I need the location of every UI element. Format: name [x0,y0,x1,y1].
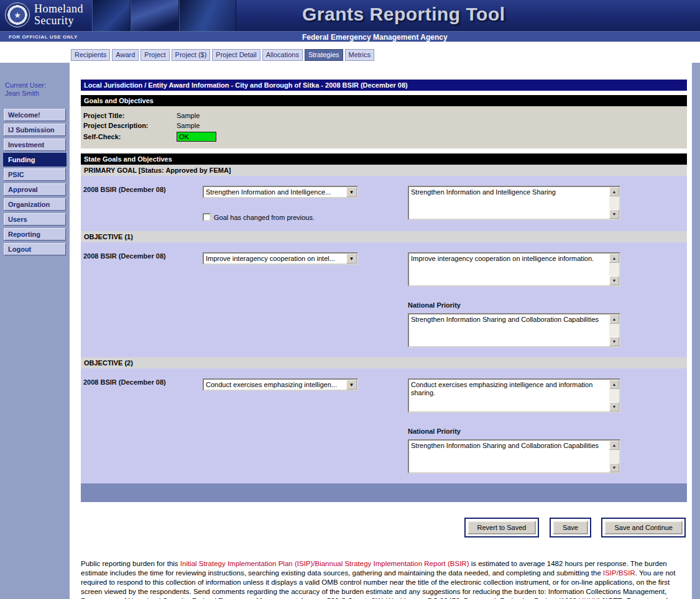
current-user-name: Jean Smith [5,89,70,98]
scroll-track[interactable] [609,196,619,209]
burden-text-1: Public reporting burden for this [81,560,180,567]
sidebar-item[interactable]: Users [4,213,66,226]
top-tab-label: Allocations [266,51,299,58]
self-check-status-badge: OK [177,132,216,142]
objective-header: OBJECTIVE (1) [81,231,687,242]
primary-goal-select-value: Strengthen Information and Intelligence.… [204,188,346,196]
objective-text-col: Conduct exercises emphasizing intelligen… [408,375,620,473]
objective-textarea[interactable]: Improve interagency cooperation on intel… [408,252,620,286]
sidebar-item[interactable]: Logout [4,243,66,255]
award-form: Local Jurisdiction / Entity Award Inform… [70,63,692,599]
isip-bsir-full-link[interactable]: Initial Strategy Implementation Plan (IS… [180,560,469,567]
scroll-up-icon[interactable]: ▲ [609,441,619,450]
objective-text-col: Improve interagency cooperation on intel… [408,249,620,347]
primary-goal-section: 2008 BSIR (December 08) Strengthen Infor… [81,176,687,231]
objective-body: 2008 BSIR (December 08) Conduct exercise… [81,368,687,483]
national-priority-textarea[interactable]: Strengthen Information Sharing and Colla… [408,313,620,347]
national-priority-text: Strengthen Information Sharing and Colla… [409,314,609,346]
objective-select-value: Improve interagency cooperation on intel… [204,255,346,262]
body-layout: Current User: Jean Smith Welcome! IJ Sub… [0,63,700,599]
sidebar-item[interactable]: Organization [4,198,66,211]
scroll-down-icon[interactable]: ▼ [609,337,619,346]
top-tab[interactable]: Project ($) [172,49,211,61]
scroll-track[interactable] [609,324,619,337]
current-user-label: Current User: [5,81,70,89]
scroll-up-icon[interactable]: ▲ [609,254,619,263]
sidebar-item[interactable]: IJ Submission [4,124,66,136]
current-user: Current User: Jean Smith [5,81,70,98]
goal-changed-checkbox[interactable] [203,213,211,221]
save-and-continue-button[interactable]: Save and Continue [604,521,683,534]
scroll-up-icon[interactable]: ▲ [609,187,619,196]
primary-goal-select[interactable]: Strengthen Information and Intelligence.… [203,186,358,198]
top-tab-label: Project Detail [216,51,256,58]
scrollbar[interactable]: ▲ ▼ [609,314,619,346]
dropdown-arrow-icon: ▼ [346,380,357,390]
objective-select[interactable]: Conduct exercises emphasizing intelligen… [203,378,358,391]
dropdown-arrow-icon: ▼ [346,254,357,263]
top-tab-label: Project ($) [175,51,207,58]
objective-textarea[interactable]: Conduct exercises emphasizing intelligen… [408,378,620,413]
sidebar-item[interactable]: Funding [4,153,66,166]
scroll-track[interactable] [609,450,619,463]
top-tab[interactable]: Project [140,49,169,61]
top-tab[interactable]: Strategies [305,49,343,61]
top-tab-label: Recipients [75,51,106,58]
state-goals-section-header: State Goals and Objectives [81,153,687,165]
fouo-label: FOR OFFICIAL USE ONLY [9,34,78,40]
primary-goal-textarea[interactable]: Strengthen Information and Intelligence … [408,186,620,220]
scroll-up-icon[interactable]: ▲ [609,314,619,324]
top-tab[interactable]: Award [112,49,139,61]
scroll-down-icon[interactable]: ▼ [609,209,619,219]
sidebar-item-label: Funding [8,156,35,163]
primary-goal-period-label: 2008 BSIR (December 08) [81,182,203,221]
sidebar-item[interactable]: Welcome! [4,109,66,121]
scroll-down-icon[interactable]: ▼ [609,276,619,285]
scrollbar[interactable]: ▲ ▼ [609,380,619,411]
goal-changed-label: Goal has changed from previous. [214,214,315,221]
scroll-track[interactable] [609,389,619,402]
national-priority-textarea[interactable]: Strengthen Information Sharing and Colla… [408,439,620,473]
project-description-value: Sample [177,122,200,129]
dropdown-arrow-icon: ▼ [346,187,357,197]
brand-line2: Security [34,15,83,27]
scrollbar[interactable]: ▲ ▼ [609,441,619,472]
scroll-up-icon[interactable]: ▲ [609,380,619,389]
objective-section: OBJECTIVE (2) 2008 BSIR (December 08) Co… [81,357,687,483]
top-tab[interactable]: Project Detail [212,49,260,61]
scrollbar[interactable]: ▲ ▼ [609,254,619,285]
dhs-brand: ★ Homeland Security [5,2,83,27]
sidebar-item[interactable]: Investment [4,139,66,151]
top-tab[interactable]: Allocations [262,49,303,61]
sidebar-item[interactable]: Reporting [4,228,66,240]
scroll-down-icon[interactable]: ▼ [609,463,619,472]
revert-to-saved-button[interactable]: Revert to Saved [467,521,537,534]
primary-goal-text-col: Strengthen Information and Intelligence … [408,182,620,221]
objective-section: OBJECTIVE (1) 2008 BSIR (December 08) Im… [81,231,687,357]
sidebar-item-label: Users [8,216,27,223]
top-tabbar: Recipients Award Project Project ($) Pro… [0,42,700,63]
top-tab[interactable]: Recipients [71,49,110,61]
scroll-down-icon[interactable]: ▼ [609,402,619,411]
isip-bsir-link[interactable]: ISIP/BSIR [603,569,635,577]
save-button[interactable]: Save [553,521,588,534]
scrollbar[interactable]: ▲ ▼ [609,187,619,219]
top-tab[interactable]: Metrics [345,49,374,61]
sidebar-item-label: PSIC [8,171,24,178]
objective-header: OBJECTIVE (2) [81,357,687,368]
project-description-row: Project Description: Sample [81,121,687,130]
scroll-track[interactable] [609,263,619,276]
header-photo [179,0,236,31]
sidebar-item[interactable]: PSIC [4,168,66,181]
top-tab-label: Award [116,51,135,58]
project-info-panel: Project Title: Sample Project Descriptio… [81,106,687,149]
sidebar: Current User: Jean Smith Welcome! IJ Sub… [0,63,70,599]
sidebar-item[interactable]: Approval [4,183,66,196]
agency-name: Federal Emergency Management Agency [302,33,448,42]
project-title-row: Project Title: Sample [81,111,687,121]
app-header: ★ Homeland Security Grants Reporting Too… [0,0,700,31]
objective-text: Conduct exercises emphasizing intelligen… [409,380,609,411]
save-button-outline: Save [550,518,591,537]
sidebar-item-label: Investment [8,141,44,149]
objective-select[interactable]: Improve interagency cooperation on intel… [203,252,358,265]
